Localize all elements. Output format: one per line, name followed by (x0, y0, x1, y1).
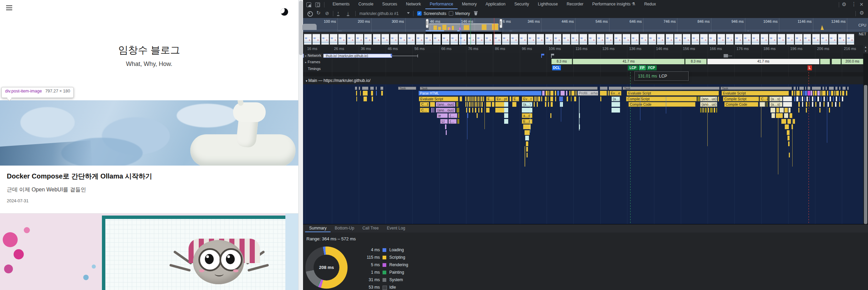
legend-value: 4 ms (359, 248, 380, 252)
legend-swatch (383, 263, 386, 267)
legend-value: 5 ms (359, 262, 380, 267)
legend-swatch (383, 256, 386, 259)
legend-swatch (383, 248, 386, 252)
legend-label: Rendering (389, 262, 408, 267)
legend-value: 53 ms (359, 285, 380, 290)
legend-label: Scripting (389, 255, 405, 260)
lcp-tooltip-value: 131.01 ms (638, 74, 657, 79)
legend-layer: 4 msLoading115 msScripting5 msRendering1… (0, 0, 868, 290)
bottom-layer: SummaryBottom-UpCall TreeEvent Log Range… (0, 0, 868, 290)
lcp-tooltip-metric: LCP (659, 74, 667, 79)
legend-value: 1 ms (359, 270, 380, 275)
legend-swatch (383, 271, 386, 274)
legend-value: 31 ms (359, 277, 380, 282)
legend-swatch (383, 286, 387, 290)
lcp-tooltip: 131.01 msLCP (634, 71, 689, 81)
legend-value: 115 ms (359, 255, 380, 260)
legend-label: System (389, 277, 403, 282)
screenshot-root: 임창수 블로그 What, Why, How. Docker Compose로 … (0, 0, 868, 290)
legend-label: Painting (389, 270, 404, 275)
legend-label: Loading (389, 248, 404, 252)
legend-label: Idle (389, 285, 396, 290)
legend-swatch (383, 278, 386, 282)
